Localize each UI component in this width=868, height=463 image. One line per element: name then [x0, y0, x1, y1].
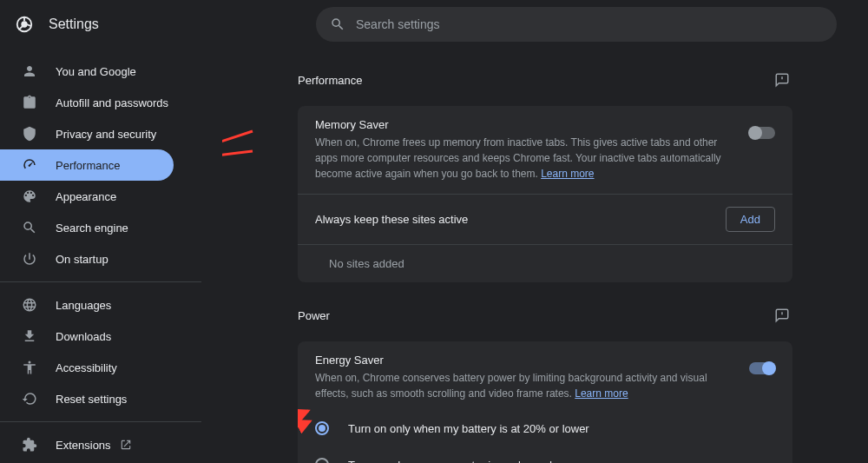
page-title: Settings: [49, 17, 99, 32]
radio-label: Turn on only when my battery is at 20% o…: [348, 422, 589, 435]
sidebar-item-downloads[interactable]: Downloads: [0, 321, 174, 352]
sidebar-item-label: Search engine: [56, 222, 128, 235]
keep-active-label: Always keep these sites active: [315, 213, 468, 226]
person-icon: [21, 63, 38, 80]
sidebar-item-languages[interactable]: Languages: [0, 289, 174, 321]
sidebar-item-label: Extensions: [56, 439, 111, 452]
search-icon: [21, 219, 38, 236]
memory-saver-desc: When on, Chrome frees up memory from ina…: [315, 135, 732, 182]
sidebar-item-label: Performance: [56, 159, 120, 172]
annotation-arrow-icon: [222, 127, 261, 179]
sidebar-item-search-engine[interactable]: Search engine: [0, 212, 174, 243]
sidebar-item-label: Downloads: [56, 330, 111, 343]
sidebar-item-accessibility[interactable]: Accessibility: [0, 352, 174, 383]
sidebar-item-on-startup[interactable]: On startup: [0, 243, 174, 274]
palette-icon: [21, 188, 38, 205]
extension-icon: [21, 436, 38, 453]
radio-label: Turn on when my computer is unplugged: [348, 459, 552, 464]
accessibility-icon: [21, 359, 38, 376]
search-container[interactable]: [316, 7, 837, 42]
feedback-button[interactable]: [772, 305, 792, 326]
search-icon: [330, 17, 345, 32]
sidebar-item-label: Privacy and security: [56, 128, 156, 141]
sidebar-divider: [0, 421, 201, 422]
performance-card: Memory Saver When on, Chrome frees up me…: [298, 106, 792, 282]
sidebar: You and Google Autofill and passwords Pr…: [0, 49, 222, 463]
power-icon: [21, 250, 38, 268]
sidebar-item-label: You and Google: [56, 65, 136, 78]
feedback-button[interactable]: [772, 69, 792, 90]
chrome-logo-icon: [14, 14, 35, 35]
download-icon: [21, 327, 38, 345]
radio-icon: [315, 458, 329, 463]
section-heading-performance: Performance: [298, 74, 362, 87]
external-link-icon: [120, 439, 132, 451]
sidebar-item-you-and-google[interactable]: You and Google: [0, 56, 174, 87]
add-site-button[interactable]: Add: [726, 207, 775, 232]
learn-more-link[interactable]: Learn more: [541, 168, 594, 180]
sidebar-item-privacy[interactable]: Privacy and security: [0, 118, 174, 149]
energy-saver-option-battery-20[interactable]: Turn on only when my battery is at 20% o…: [315, 410, 775, 446]
sidebar-item-autofill[interactable]: Autofill and passwords: [0, 87, 174, 118]
no-sites-label: No sites added: [315, 257, 775, 270]
sidebar-item-label: Languages: [56, 299, 111, 312]
energy-saver-toggle[interactable]: [749, 362, 775, 374]
section-heading-power: Power: [298, 309, 330, 322]
sidebar-item-label: Accessibility: [56, 361, 117, 374]
energy-saver-title: Energy Saver: [315, 354, 732, 367]
speedometer-icon: [21, 156, 38, 174]
globe-icon: [21, 296, 38, 314]
sidebar-divider: [0, 281, 201, 282]
energy-saver-option-unplugged[interactable]: Turn on when my computer is unplugged: [315, 446, 775, 463]
sidebar-item-label: Autofill and passwords: [56, 96, 168, 109]
search-input[interactable]: [356, 17, 823, 31]
sidebar-item-appearance[interactable]: Appearance: [0, 181, 174, 212]
shield-icon: [21, 125, 38, 142]
sidebar-item-reset[interactable]: Reset settings: [0, 383, 174, 414]
memory-saver-title: Memory Saver: [315, 118, 732, 131]
clipboard-icon: [21, 94, 38, 111]
power-card: Energy Saver When on, Chrome conserves b…: [298, 341, 792, 463]
learn-more-link[interactable]: Learn more: [575, 387, 628, 400]
sidebar-item-label: Appearance: [56, 190, 116, 203]
energy-saver-desc: When on, Chrome conserves battery power …: [315, 370, 732, 401]
reset-icon: [21, 390, 38, 407]
sidebar-item-label: Reset settings: [56, 393, 127, 406]
sidebar-item-performance[interactable]: Performance: [0, 149, 174, 181]
radio-icon: [315, 421, 329, 435]
sidebar-item-label: On startup: [56, 253, 108, 266]
memory-saver-toggle[interactable]: [749, 127, 775, 139]
sidebar-item-extensions[interactable]: Extensions: [0, 429, 174, 460]
